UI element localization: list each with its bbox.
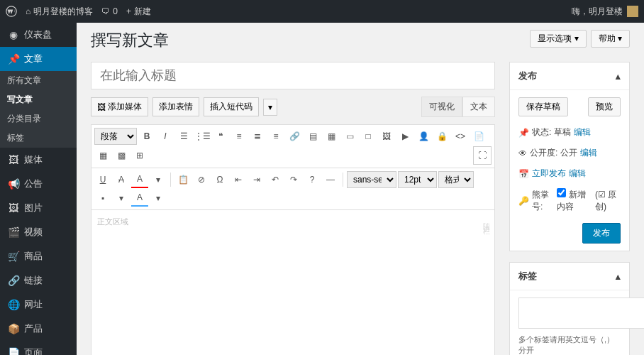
xz-new-checkbox[interactable]: 新增内容	[557, 188, 592, 213]
indent-icon[interactable]: ⇥	[248, 171, 265, 188]
undo-icon[interactable]: ↶	[267, 171, 284, 188]
eye-icon: 👁	[518, 148, 527, 158]
sidebar-item-仪表盘[interactable]: ◉仪表盘	[0, 23, 77, 47]
link-icon[interactable]: 🔗	[286, 128, 303, 145]
media-icon: 🖾	[7, 153, 20, 166]
page-title: 撰写新文章	[91, 30, 169, 51]
underline-icon[interactable]: U	[94, 171, 111, 188]
format-paragraph-select[interactable]: 段落	[94, 128, 137, 145]
sidebar-item-链接[interactable]: 🔗链接	[0, 268, 77, 293]
video-icon[interactable]: ▶	[396, 128, 413, 145]
sidebar-item-视频[interactable]: 🎬视频	[0, 220, 77, 244]
sidebar-item-网址[interactable]: 🌐网址	[0, 293, 77, 317]
tag-input[interactable]	[518, 297, 644, 329]
edit-schedule-link[interactable]: 编辑	[569, 168, 586, 180]
screen-options-button[interactable]: 显示选项 ▾	[530, 30, 586, 48]
sidebar-item-媒体[interactable]: 🖾媒体	[0, 148, 77, 172]
calendar-icon: 📅	[518, 169, 529, 179]
sidebar-item-文章[interactable]: 📌文章	[0, 47, 77, 71]
more-icon[interactable]: ▦	[323, 128, 340, 145]
bgcolor-drop-icon[interactable]: ▾	[113, 190, 130, 207]
toolbar-row-2: U A A ▾ 📋 ⊘ Ω ⇤ ⇥ ↶ ↷ ? — sans-serif	[91, 168, 495, 210]
strike-icon[interactable]: A	[113, 171, 130, 188]
textcolor-icon[interactable]: A	[131, 171, 148, 188]
quote-icon[interactable]: ❝	[212, 128, 229, 145]
bgcolor2-drop-icon[interactable]: ▾	[150, 190, 167, 207]
add-media-button[interactable]: 🖾 添加媒体	[91, 97, 148, 116]
align-left-icon[interactable]: ≡	[231, 128, 248, 145]
sidebar-sub-分类目录[interactable]: 分类目录	[0, 109, 77, 129]
tab-text[interactable]: 文本	[462, 97, 495, 117]
number-list-icon[interactable]: ⋮☰	[194, 128, 211, 145]
help-icon[interactable]: ?	[304, 171, 321, 188]
bgcolor-icon[interactable]: ▪	[94, 190, 111, 207]
sidebar-item-图片[interactable]: 🖼图片	[0, 196, 77, 220]
fullscreen-icon[interactable]: ⛶	[473, 146, 492, 165]
wp-logo-icon[interactable]	[6, 6, 17, 17]
font-size-select[interactable]: 12pt	[398, 171, 437, 188]
publish-box-header[interactable]: 发布▴	[510, 62, 629, 90]
link-icon: 🔗	[7, 274, 20, 287]
sidebar-sub-写文章[interactable]: 写文章	[0, 90, 77, 109]
page-icon: 📄	[7, 346, 20, 355]
align-center-icon[interactable]: ≣	[249, 128, 266, 145]
content-editor[interactable]: 正文区域 随 边 栏	[91, 210, 495, 355]
insert-icon[interactable]: ▤	[304, 128, 321, 145]
sidebar-item-产品[interactable]: 📦产品	[0, 317, 77, 341]
align-right-icon[interactable]: ≡	[267, 128, 284, 145]
post-title-input[interactable]	[91, 62, 495, 89]
redo-icon[interactable]: ↷	[285, 171, 302, 188]
code-icon[interactable]: <>	[452, 128, 469, 145]
paste-icon[interactable]: 📋	[174, 171, 191, 188]
preview-button[interactable]: 预览	[588, 97, 621, 116]
bull-icon: 📢	[7, 178, 20, 190]
grid1-icon[interactable]: ▦	[94, 147, 111, 164]
tab-visual[interactable]: 可视化	[421, 97, 462, 117]
outdent-icon[interactable]: ⇤	[230, 171, 247, 188]
insert-shortcode-button[interactable]: 插入短代码	[204, 97, 259, 116]
sidebar-item-页面[interactable]: 📄页面	[0, 341, 77, 355]
special-icon[interactable]: Ω	[211, 171, 228, 188]
chevron-up-icon: ▴	[616, 71, 621, 82]
italic-icon[interactable]: I	[157, 128, 174, 145]
tags-box-header[interactable]: 标签▴	[510, 263, 629, 290]
url-icon: 🌐	[7, 298, 20, 311]
box1-icon[interactable]: ▭	[341, 128, 358, 145]
help-button[interactable]: 帮助 ▾	[591, 30, 630, 48]
edit-status-link[interactable]: 编辑	[574, 126, 591, 138]
sidebar-item-商品[interactable]: 🛒商品	[0, 244, 77, 268]
image-icon[interactable]: 🖼	[378, 128, 395, 145]
toolbar-row-1: 段落 B I ☰ ⋮☰ ❝ ≡ ≣ ≡ 🔗 ▤ ▦ ▭ □ 🖼 ▶ 👤	[91, 124, 495, 168]
bullet-list-icon[interactable]: ☰	[175, 128, 192, 145]
sidebar-sub-标签[interactable]: 标签	[0, 129, 77, 148]
dash-icon: ◉	[7, 28, 20, 41]
key-icon: 🔑	[518, 196, 529, 206]
font-family-select[interactable]: sans-serif	[347, 171, 396, 188]
shortcode-dropdown[interactable]: ▾	[263, 99, 277, 116]
comments-link[interactable]: 🗨 0	[101, 6, 118, 16]
format-select[interactable]: 格式	[438, 171, 474, 188]
save-draft-button[interactable]: 保存草稿	[518, 97, 568, 116]
edit-visibility-link[interactable]: 编辑	[580, 147, 597, 159]
lock-icon[interactable]: 🔒	[433, 128, 450, 145]
tag-hint: 多个标签请用英文逗号（,）分开	[518, 334, 621, 355]
bgcolor2-icon[interactable]: A	[131, 190, 148, 207]
vid-icon: 🎬	[7, 226, 20, 239]
textcolor-drop-icon[interactable]: ▾	[150, 171, 167, 188]
clear-icon[interactable]: ⊘	[193, 171, 210, 188]
publish-button[interactable]: 发布	[582, 223, 621, 244]
user-greeting[interactable]: 嗨，明月登楼	[572, 6, 638, 18]
grid2-icon[interactable]: ▩	[113, 147, 130, 164]
new-link[interactable]: + 新建	[126, 6, 151, 18]
table-icon[interactable]: ⊞	[131, 147, 148, 164]
sidebar-sub-所有文章[interactable]: 所有文章	[0, 71, 77, 90]
prod-icon: 📦	[7, 322, 20, 335]
user-icon[interactable]: 👤	[415, 128, 432, 145]
bold-icon[interactable]: B	[138, 128, 155, 145]
box2-icon[interactable]: □	[360, 128, 377, 145]
add-emoji-button[interactable]: 添加表情	[152, 97, 199, 116]
doc-icon[interactable]: 📄	[470, 128, 487, 145]
hr-icon[interactable]: —	[322, 171, 339, 188]
sidebar-item-公告[interactable]: 📢公告	[0, 172, 77, 196]
site-link[interactable]: ⌂ 明月登楼的博客	[26, 6, 93, 18]
